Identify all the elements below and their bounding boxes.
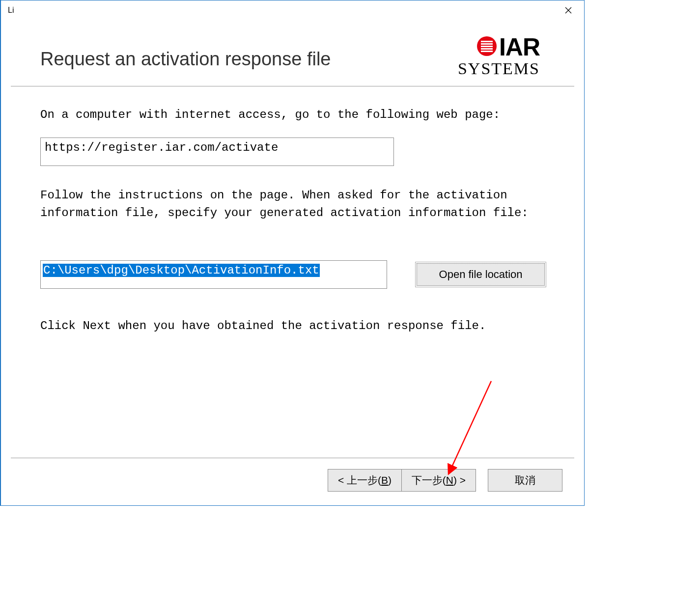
close-button[interactable] xyxy=(557,3,579,18)
iar-logo: IAR SYSTEMS xyxy=(458,35,545,77)
open-file-location-button[interactable]: Open file location xyxy=(417,263,545,286)
file-path-input[interactable]: C:\Users\dpg\Desktop\ActivationInfo.txt xyxy=(40,260,387,289)
back-button[interactable]: < 上一步(B) xyxy=(328,469,401,492)
svg-rect-6 xyxy=(481,48,493,50)
dialog-content: Request an activation response file xyxy=(1,20,584,335)
svg-rect-4 xyxy=(481,43,493,45)
logo-text-iar: IAR xyxy=(499,35,540,59)
button-row: < 上一步(B) 下一步(N) > 取消 xyxy=(23,469,562,492)
footer-divider xyxy=(11,458,574,458)
close-icon xyxy=(565,7,572,14)
svg-rect-5 xyxy=(481,46,493,47)
svg-rect-3 xyxy=(481,41,493,42)
dialog-footer: < 上一步(B) 下一步(N) > 取消 xyxy=(1,447,584,505)
header-divider xyxy=(11,86,574,86)
window-title: Li xyxy=(8,6,14,15)
page-title: Request an activation response file xyxy=(40,35,331,70)
header-row: Request an activation response file xyxy=(40,35,545,77)
titlebar: Li xyxy=(1,0,584,20)
instruction-next: Click Next when you have obtained the ac… xyxy=(40,317,545,335)
logo-icon xyxy=(476,36,497,58)
url-input[interactable]: https://register.iar.com/activate xyxy=(40,138,394,166)
logo-top: IAR xyxy=(458,35,540,59)
cancel-button[interactable]: 取消 xyxy=(488,469,562,492)
url-value: https://register.iar.com/activate xyxy=(45,141,278,154)
file-row: C:\Users\dpg\Desktop\ActivationInfo.txt … xyxy=(40,260,545,289)
file-path-value: C:\Users\dpg\Desktop\ActivationInfo.txt xyxy=(43,264,320,277)
next-button[interactable]: 下一步(N) > xyxy=(401,469,476,492)
dialog-window: Li Request an activation response file xyxy=(0,0,585,506)
instruction-file: Follow the instructions on the page. Whe… xyxy=(40,187,545,222)
svg-rect-7 xyxy=(481,51,493,52)
logo-text-systems: SYSTEMS xyxy=(458,60,540,77)
instruction-web-page: On a computer with internet access, go t… xyxy=(40,106,545,124)
